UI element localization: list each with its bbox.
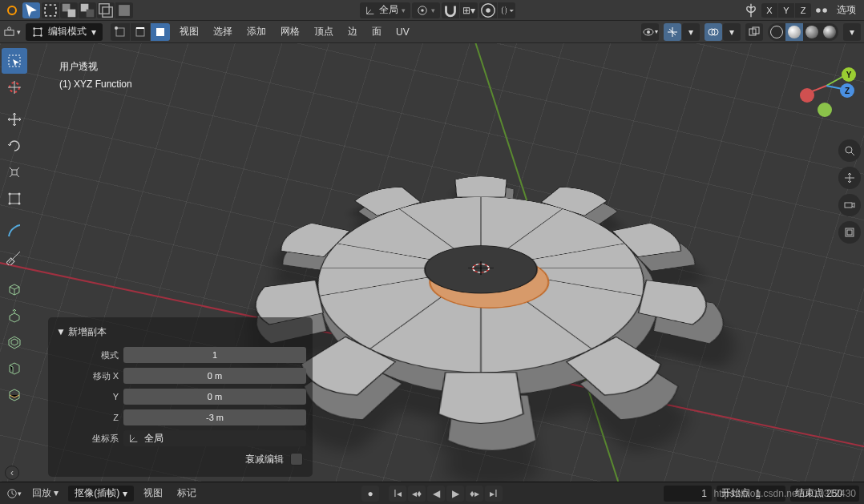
snap-mode-dropdown[interactable]: ⊞▾ — [460, 2, 478, 18]
nav-y-pos[interactable]: Y — [842, 67, 856, 82]
menu-edge[interactable]: 边 — [343, 23, 362, 41]
menu-uv[interactable]: UV — [391, 23, 414, 41]
proportional-group: ⟮⟯▾ — [479, 2, 515, 18]
jump-start-icon[interactable]: I◂ — [389, 486, 406, 502]
svg-rect-3 — [68, 9, 76, 17]
edge-select-icon[interactable] — [131, 23, 150, 41]
nav-gizmo[interactable]: Y Z — [798, 58, 854, 114]
timeline-editor-icon[interactable]: ▾ — [5, 486, 22, 502]
svg-point-0 — [8, 6, 16, 14]
op-movey-field[interactable]: 0 m — [123, 389, 306, 405]
tool-move[interactable] — [2, 107, 27, 132]
select-box-icon[interactable] — [42, 2, 59, 18]
svg-point-55 — [846, 147, 852, 153]
menu-face[interactable]: 面 — [367, 23, 386, 41]
shading-wireframe-icon[interactable] — [768, 23, 785, 41]
tool-measure[interactable] — [2, 244, 27, 270]
operator-panel-title[interactable]: ▼ 新增副本 — [55, 322, 306, 345]
snap-toggle-icon[interactable] — [442, 2, 459, 18]
pan-hand-icon[interactable] — [838, 167, 861, 189]
transform-orientation-dropdown[interactable]: 全局 ▾ — [360, 2, 410, 18]
svg-point-9 — [421, 9, 424, 12]
shading-solid-icon[interactable] — [785, 23, 803, 41]
keying-dropdown[interactable]: 抠像(插帧) ▾ — [68, 486, 134, 502]
select-extend-icon[interactable] — [60, 2, 78, 18]
tool-rotate[interactable] — [2, 133, 27, 159]
play-forward-icon[interactable]: ▶ — [446, 486, 464, 502]
timeline-menu-view[interactable]: 视图 — [139, 486, 168, 500]
playback-menu[interactable]: 回放 ▾ — [27, 486, 63, 500]
timeline-menu-marker[interactable]: 标记 — [172, 486, 201, 500]
tool-transform[interactable] — [2, 186, 27, 212]
svg-point-13 — [816, 8, 821, 13]
keyframe-prev-icon[interactable]: ◂♦ — [408, 486, 426, 502]
options-menu[interactable]: 选项 — [832, 2, 861, 19]
play-reverse-icon[interactable]: ◀ — [427, 486, 445, 502]
jump-end-icon[interactable]: ▸I — [485, 486, 503, 502]
svg-point-18 — [33, 27, 35, 30]
tool-bevel[interactable] — [2, 356, 27, 381]
menu-add[interactable]: 添加 — [242, 23, 271, 41]
auto-merge-icon[interactable] — [813, 2, 830, 18]
select-intersect-icon[interactable] — [97, 2, 115, 18]
proportional-falloff-dropdown[interactable]: ⟮⟯▾ — [498, 2, 515, 18]
mode-dropdown[interactable]: 编辑模式 ▾ — [26, 23, 103, 41]
keyframe-next-icon[interactable]: ♦▸ — [466, 486, 483, 502]
mirror-z[interactable]: Z — [795, 3, 811, 18]
op-orient-dropdown[interactable]: 全局 — [123, 430, 306, 446]
tool-loopcut[interactable] — [2, 382, 27, 408]
op-propedit-checkbox[interactable] — [290, 453, 303, 466]
shading-options-dropdown[interactable]: ▾ — [843, 23, 861, 41]
gizmo-options-dropdown[interactable]: ▾ — [682, 23, 700, 41]
tool-cursor[interactable] — [2, 75, 27, 100]
snap-group: ⊞▾ — [442, 2, 478, 18]
menu-select[interactable]: 选择 — [208, 23, 237, 41]
nav-y-neg[interactable] — [818, 103, 832, 117]
op-mode-field[interactable]: 1 — [123, 347, 306, 363]
show-gizmo-icon[interactable] — [664, 23, 681, 41]
butterfly-mirror-icon[interactable] — [742, 2, 760, 18]
select-subtract-icon[interactable] — [79, 2, 96, 18]
tool-select-box[interactable] — [2, 48, 27, 74]
proportional-edit-icon[interactable] — [479, 2, 497, 18]
mirror-x[interactable]: X — [761, 3, 777, 18]
nav-z-pos[interactable]: Z — [840, 83, 854, 98]
toolbar — [2, 48, 29, 408]
menu-mesh[interactable]: 网格 — [276, 23, 305, 41]
svg-point-16 — [8, 27, 11, 30]
nav-x-neg[interactable] — [800, 88, 814, 103]
camera-view-icon[interactable] — [838, 194, 861, 216]
chevron-down-icon: ▾ — [431, 6, 435, 14]
tool-add-cube[interactable] — [2, 276, 27, 302]
tool-extrude[interactable] — [2, 303, 27, 329]
select-invert-icon[interactable] — [115, 2, 133, 18]
shading-rendered-icon[interactable] — [821, 23, 838, 41]
autokey-record-icon[interactable]: ● — [361, 486, 379, 502]
visibility-group: ▾ — [641, 23, 659, 41]
pivot-dropdown[interactable]: ▾ — [412, 2, 440, 18]
menu-view[interactable]: 视图 — [175, 23, 204, 41]
shading-matprev-icon[interactable] — [803, 23, 821, 41]
tool-inset[interactable] — [2, 329, 27, 355]
overlay-options-dropdown[interactable]: ▾ — [723, 23, 741, 41]
cursor-tool-icon[interactable] — [22, 2, 40, 18]
persp-ortho-icon[interactable] — [838, 221, 861, 244]
gizmo-group: ▾ — [664, 23, 700, 41]
vertex-select-icon[interactable] — [111, 23, 130, 41]
svg-rect-65 — [10, 194, 19, 204]
face-select-icon[interactable] — [151, 23, 170, 41]
op-movex-field[interactable]: 0 m — [123, 368, 306, 384]
current-frame-field[interactable]: 1 — [664, 486, 712, 502]
mirror-y[interactable]: Y — [778, 3, 794, 18]
tool-scale[interactable] — [2, 159, 27, 185]
tool-annotate[interactable] — [2, 218, 27, 244]
op-movez-field[interactable]: -3 m — [123, 409, 306, 425]
xray-toggle-icon[interactable] — [745, 23, 763, 41]
menu-vertex[interactable]: 顶点 — [309, 23, 338, 41]
toolbar-scroll-indicator[interactable]: ‹ — [5, 466, 19, 480]
overlay-group: ▾ — [705, 23, 741, 41]
visibility-eye-icon[interactable]: ▾ — [641, 23, 659, 41]
editor-type-icon[interactable]: ▾ — [3, 24, 21, 40]
zoom-icon[interactable] — [838, 139, 861, 162]
show-overlays-icon[interactable] — [705, 23, 722, 41]
